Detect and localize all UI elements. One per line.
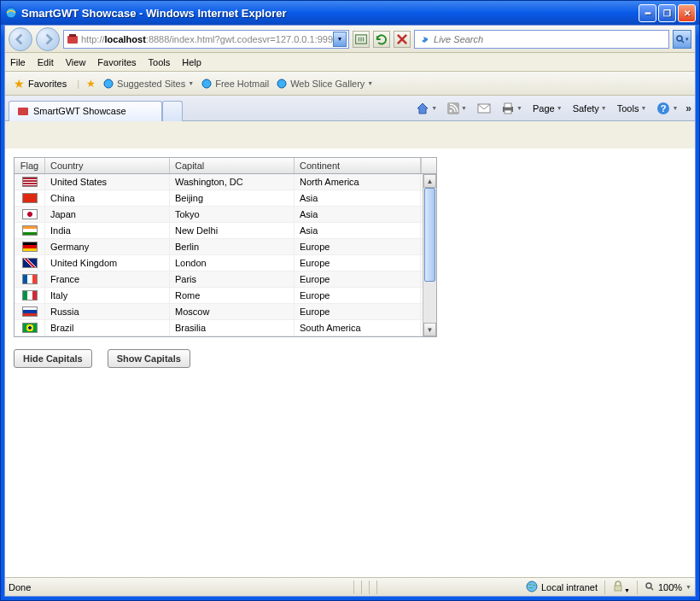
star-icon: ★: [14, 77, 25, 90]
svg-rect-13: [505, 103, 511, 108]
cell-country: Italy: [45, 288, 170, 303]
free-hotmail-link[interactable]: Free Hotmail: [201, 78, 269, 90]
cell-country: Russia: [45, 304, 170, 319]
cell-capital: Brasilia: [170, 320, 295, 336]
cell-flag: [15, 174, 45, 190]
menu-tools[interactable]: Tools: [149, 57, 171, 67]
tab-toolbar: SmartGWT Showcase ▼ ▼ ▼ Page▼ Safety▼ To…: [5, 96, 695, 121]
cell-country: Japan: [45, 207, 170, 222]
safety-menu[interactable]: Safety▼: [570, 102, 610, 115]
url-dropdown[interactable]: ▾: [333, 32, 347, 47]
favorites-button[interactable]: ★Favorites: [10, 75, 70, 92]
cell-country: United Kingdom: [45, 255, 170, 271]
menu-file[interactable]: File: [10, 57, 26, 67]
scroll-thumb[interactable]: [424, 188, 435, 282]
overflow-icon[interactable]: »: [685, 102, 691, 114]
table-row[interactable]: ChinaBeijingAsia: [15, 190, 423, 207]
address-bar[interactable]: http://localhost:8888/index.html?gwt.cod…: [63, 30, 349, 49]
flag-icon: [22, 225, 38, 236]
print-button[interactable]: ▼: [499, 101, 525, 116]
scroll-up-button[interactable]: ▲: [423, 174, 436, 188]
bing-icon: [418, 32, 430, 46]
menu-help[interactable]: Help: [182, 57, 201, 67]
svg-rect-8: [18, 108, 28, 115]
flag-icon: [22, 323, 38, 333]
window-title: SmartGWT Showcase - Windows Internet Exp…: [21, 7, 287, 20]
table-row[interactable]: United KingdomLondonEurope: [15, 255, 423, 271]
search-go-button[interactable]: ▾: [673, 30, 691, 49]
forward-button[interactable]: [36, 27, 60, 51]
table-row[interactable]: BrazilBrasiliaSouth America: [15, 320, 423, 336]
table-row[interactable]: JapanTokyoAsia: [15, 207, 423, 223]
zoom-level[interactable]: 100%: [658, 582, 682, 592]
cell-flag: [15, 223, 45, 238]
menu-favorites[interactable]: Favorites: [97, 57, 136, 67]
search-input[interactable]: [434, 34, 665, 44]
ie-page-icon: [201, 78, 213, 90]
suggested-sites-link[interactable]: Suggested Sites▼: [102, 78, 194, 90]
table-row[interactable]: IndiaNew DelhiAsia: [15, 223, 423, 239]
tab-active[interactable]: SmartGWT Showcase: [9, 101, 162, 121]
flag-icon: [22, 242, 38, 252]
header-continent[interactable]: Continent: [295, 158, 421, 173]
cell-continent: Asia: [295, 223, 421, 238]
header-capital[interactable]: Capital: [170, 158, 295, 173]
protected-mode-icon[interactable]: ▼: [612, 581, 630, 594]
cell-flag: [15, 271, 45, 287]
zoom-dropdown[interactable]: ▼: [685, 584, 691, 590]
cell-capital: London: [170, 255, 295, 271]
table-row[interactable]: FranceParisEurope: [15, 271, 423, 288]
table-row[interactable]: RussiaMoscowEurope: [15, 304, 423, 320]
zoom-icon[interactable]: [645, 581, 655, 593]
table-row[interactable]: GermanyBerlinEurope: [15, 239, 423, 255]
header-country[interactable]: Country: [45, 158, 170, 173]
back-button[interactable]: [9, 27, 32, 51]
cell-continent: Europe: [295, 288, 421, 303]
feeds-button[interactable]: ▼: [445, 101, 470, 116]
table-row[interactable]: United StatesWashington, DCNorth America: [15, 174, 423, 190]
new-tab-button[interactable]: [162, 101, 183, 121]
cell-continent: Asia: [295, 207, 421, 222]
navigation-bar: http://localhost:8888/index.html?gwt.cod…: [5, 26, 695, 53]
help-button[interactable]: ?▼: [654, 100, 680, 117]
cell-continent: Europe: [295, 239, 421, 254]
cell-flag: [15, 190, 45, 206]
tools-menu[interactable]: Tools▼: [615, 102, 650, 115]
site-icon: [66, 32, 79, 46]
svg-rect-14: [505, 110, 511, 114]
table-row[interactable]: ItalyRomeEurope: [15, 288, 423, 304]
cell-continent: Europe: [295, 304, 421, 319]
favorites-bar: ★Favorites | ★ Suggested Sites▼ Free Hot…: [5, 72, 695, 96]
add-favorite-icon[interactable]: ★: [86, 78, 96, 90]
page-menu[interactable]: Page▼: [530, 102, 565, 115]
svg-point-10: [450, 109, 452, 112]
grid-scrollbar[interactable]: ▲ ▼: [423, 174, 436, 336]
refresh-button[interactable]: [373, 31, 390, 48]
menu-bar: File Edit View Favorites Tools Help: [5, 53, 695, 72]
scroll-down-button[interactable]: ▼: [423, 323, 436, 336]
close-button[interactable]: ✕: [678, 4, 696, 22]
svg-point-17: [527, 581, 537, 592]
home-button[interactable]: ▼: [413, 100, 440, 117]
compat-view-icon[interactable]: [353, 31, 370, 48]
maximize-button[interactable]: ❐: [658, 4, 676, 22]
minimize-button[interactable]: ━: [639, 4, 656, 22]
security-zone[interactable]: Local intranet: [541, 582, 598, 592]
menu-view[interactable]: View: [66, 57, 86, 67]
stop-button[interactable]: [394, 31, 411, 48]
show-capitals-button[interactable]: Show Capitals: [108, 349, 190, 368]
web-slice-gallery-link[interactable]: Web Slice Gallery▼: [276, 78, 373, 90]
cell-capital: Washington, DC: [170, 174, 295, 190]
cell-capital: Paris: [170, 271, 295, 287]
cell-capital: Berlin: [170, 239, 295, 254]
search-bar[interactable]: [414, 30, 669, 49]
titlebar[interactable]: SmartGWT Showcase - Windows Internet Exp…: [1, 1, 699, 25]
header-flag[interactable]: Flag: [15, 158, 45, 173]
cell-flag: [15, 239, 45, 254]
tab-icon: [16, 104, 30, 118]
menu-edit[interactable]: Edit: [38, 57, 54, 67]
read-mail-button[interactable]: [475, 102, 493, 115]
globe-icon: [526, 581, 538, 594]
cell-country: Brazil: [45, 320, 170, 336]
hide-capitals-button[interactable]: Hide Capitals: [14, 349, 92, 368]
